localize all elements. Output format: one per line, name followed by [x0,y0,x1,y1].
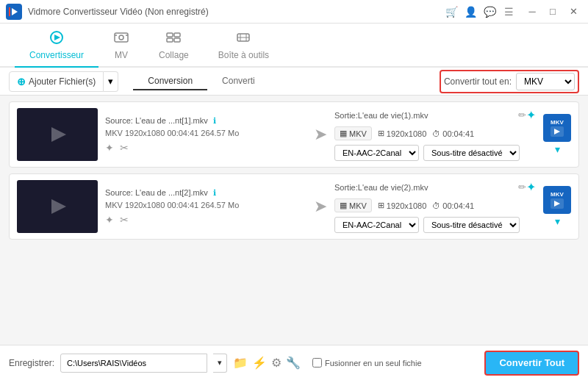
mv-icon [113,31,129,48]
add-output-icon-2[interactable]: ✦ [526,180,536,194]
sub-tab-converti[interactable]: Converti [207,73,270,90]
save-path-dropdown[interactable]: ▾ [213,354,227,373]
arrow-icon-1: ➤ [314,125,327,144]
tab-collage-label: Collage [159,50,189,60]
svg-rect-12 [174,38,180,42]
file-meta-2: MKV 1920x1080 00:04:41 264.57 Mo [105,201,306,209]
close-button[interactable]: ✕ [564,4,582,19]
plus-icon: ⊕ [17,76,26,87]
tab-boite-label: Boîte à outils [218,50,269,60]
collage-icon [165,31,182,48]
output-meta-row-2: ▦ MKV ⊞ 1920x1080 ⏱ 00:04:41 [334,198,536,212]
save-path-input[interactable] [60,354,207,373]
chat-icon[interactable]: 💬 [482,4,497,19]
output-duration-1: ⏱ 00:04:41 [432,129,474,138]
tab-mv-label: MV [115,50,128,60]
chevron-down-icon: ▾ [108,76,113,87]
toolbar: ⊕ Ajouter Fichier(s) ▾ Conversion Conver… [0,68,588,96]
file-meta-1: MKV 1920x1080 00:04:41 264.57 Mo [105,129,306,137]
output-filename-1: Sortie:L'eau de vie(1).mkv [334,111,515,120]
tab-convertisseur-label: Convertisseur [29,50,84,60]
format-grid-icon-2: ▦ [340,201,347,210]
svg-point-6 [119,35,123,40]
clock-icon-1: ⏱ [432,129,440,138]
file-source-2: Source: L'eau de ...nt[2].mkv ℹ [105,188,306,198]
boite-icon [235,31,251,48]
merge-checkbox[interactable] [312,358,322,368]
minimize-button[interactable]: ─ [523,4,541,19]
merge-text: Fusionner en un seul fichie [325,359,421,368]
bottom-bar: Enregistrer: ▾ 📁 ⚡ ⚙ 🔧 Fusionner en un s… [0,345,588,380]
menu-icon[interactable]: ☰ [501,4,516,19]
output-section-1: Sortie:L'eau de vie(1).mkv ✏ ✦ ▦ MKV ⊞ 1… [334,108,536,161]
format-dropdown-1[interactable]: ▾ [555,143,560,155]
cut-icon-1[interactable]: ✂ [120,142,129,154]
clock-icon-2: ⏱ [432,201,440,210]
tab-convertisseur[interactable]: Convertisseur [15,26,98,68]
add-files-label: Ajouter Fichier(s) [29,76,96,87]
folder-icon[interactable]: 📁 [233,356,248,370]
svg-marker-4 [54,35,60,40]
lightning-icon[interactable]: ⚡ [252,356,267,370]
app-logo [6,4,22,20]
format-thumb-1: MKV [543,114,571,142]
file-item: Source: L'eau de ...nt[1].mkv ℹ MKV 1920… [9,101,579,168]
svg-rect-2 [9,7,10,16]
output-filename-2: Sortie:L'eau de vie(2).mkv [334,183,515,192]
file-item-2: Source: L'eau de ...nt[2].mkv ℹ MKV 1920… [9,173,579,240]
tab-bar: Convertisseur MV [0,24,588,68]
convert-all-button[interactable]: Convertir Tout [484,351,579,376]
svg-rect-11 [167,38,173,42]
output-res-2: ⊞ 1920x1080 [378,201,426,210]
format-thumb-container-2: MKV ▾ [543,186,571,227]
sub-tab-conversion[interactable]: Conversion [133,73,207,90]
output-top-2: Sortie:L'eau de vie(2).mkv ✏ ✦ [334,180,536,194]
save-label: Enregistrer: [9,358,54,368]
svg-rect-9 [167,33,173,37]
output-format-badge-2: ▦ MKV [334,198,372,212]
res-icon-2: ⊞ [378,201,384,210]
cart-icon[interactable]: 🛒 [444,4,459,19]
convert-all-select[interactable]: MKV MP4 AVI MOV [516,73,575,90]
subtitle-select-2[interactable]: Sous-titre désactivé Sous-titre activé [423,217,520,233]
output-top-1: Sortie:L'eau de vie(1).mkv ✏ ✦ [334,108,536,122]
edit-icon-1[interactable]: ✏ [518,110,526,121]
edit-icon-2[interactable]: ✏ [518,182,526,193]
add-files-dropdown-button[interactable]: ▾ [104,71,118,92]
cut-icon-2[interactable]: ✂ [120,214,129,226]
format-grid-icon-1: ▦ [340,129,347,138]
gear-settings-icon[interactable]: 🔧 [286,356,301,370]
content-area: Source: L'eau de ...nt[1].mkv ℹ MKV 1920… [0,96,588,345]
svg-rect-10 [174,33,180,37]
add-files-button[interactable]: ⊕ Ajouter Fichier(s) [9,71,104,92]
file-info-2: Source: L'eau de ...nt[2].mkv ℹ MKV 1920… [105,188,306,226]
window-controls: ─ □ ✕ [523,4,582,19]
effects-icon-1[interactable]: ✦ [105,142,114,154]
audio-select-1[interactable]: EN-AAC-2Canal FR-AAC-2Canal Aucun [334,145,419,161]
svg-rect-5 [115,33,128,42]
tab-boite[interactable]: Boîte à outils [204,26,284,68]
audio-select-2[interactable]: EN-AAC-2Canal FR-AAC-2Canal Aucun [334,217,419,233]
tab-collage[interactable]: Collage [144,26,204,68]
file-thumbnail-1 [17,108,98,161]
info-icon-1[interactable]: ℹ [213,116,216,125]
output-meta-row-1: ▦ MKV ⊞ 1920x1080 ⏱ 00:04:41 [334,126,536,140]
info-icon-2[interactable]: ℹ [213,188,216,197]
title-bar: Vidmore Convertisseur Vidéo (Non enregis… [0,0,588,24]
format-dropdown-2[interactable]: ▾ [555,215,560,227]
effects-icon-2[interactable]: ✦ [105,214,114,226]
subtitle-select-1[interactable]: Sous-titre désactivé Sous-titre activé [423,145,520,161]
format-thumb-2: MKV [543,186,571,214]
app-window: Vidmore Convertisseur Vidéo (Non enregis… [0,0,588,380]
settings-icon[interactable]: ⚙ [271,356,282,370]
file-thumbnail-2 [17,180,98,233]
maximize-button[interactable]: □ [544,4,562,19]
user-icon[interactable]: 👤 [463,4,478,19]
output-res-1: ⊞ 1920x1080 [378,129,426,138]
sub-tabs: Conversion Converti [133,73,269,90]
convert-all-section: Convertir tout en: MKV MP4 AVI MOV [440,70,579,93]
add-output-icon-1[interactable]: ✦ [526,108,536,122]
file-actions-1: ✦ ✂ [105,142,306,154]
arrow-icon-2: ➤ [314,197,327,216]
tab-mv[interactable]: MV [98,26,144,68]
